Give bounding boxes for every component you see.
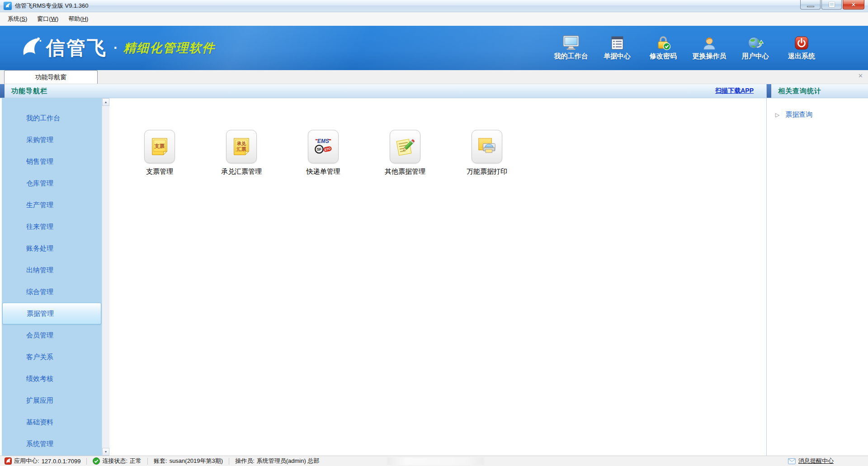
header-accent-bar — [0, 84, 5, 98]
shortcut-label: 快递单管理 — [307, 167, 340, 176]
app-logo-icon — [4, 2, 12, 10]
banner-toolbar: 我的工作台 单据中心 — [553, 35, 819, 61]
acceptance-note-icon: 承兑 汇票 — [226, 130, 257, 163]
brand-slogan: 精细化管理软件 — [123, 40, 215, 56]
nav-panel: 功能导航栏 我的工作台 采购管理 销售管理 仓库管理 生产管理 往来管理 账务处… — [0, 84, 109, 456]
power-icon — [794, 35, 809, 51]
status-separator — [147, 458, 148, 465]
sidebar-item-members[interactable]: 会员管理 — [2, 324, 102, 346]
sidebar-item-label: 销售管理 — [26, 157, 53, 166]
shortcut-acceptance-bill-management[interactable]: 承兑 汇票 承兑汇票管理 — [226, 130, 257, 176]
sidebar-item-basic-data[interactable]: 基础资料 — [2, 411, 102, 433]
minimize-button[interactable] — [800, 0, 821, 10]
shortcut-cheque-management[interactable]: 支票 支票管理 — [144, 130, 175, 176]
sidebar-item-extensions[interactable]: 扩展应用 — [2, 390, 102, 411]
message-center-label: 消息提醒中心 — [798, 457, 834, 465]
exit-system-label: 退出系统 — [788, 52, 815, 61]
ticket-printer-icon — [472, 130, 502, 163]
minimize-icon — [807, 6, 814, 7]
sidebar-item-production[interactable]: 生产管理 — [2, 194, 102, 216]
switch-operator-button[interactable]: 更换操作员 — [692, 35, 727, 61]
menu-text: ) — [57, 15, 58, 22]
exit-system-button[interactable]: 退出系统 — [784, 35, 819, 61]
menu-bar: 系统(S) 窗口(W) 帮助(H) — [0, 12, 868, 26]
shortcut-universal-ticket-printing[interactable]: 万能票据打印 — [472, 130, 502, 176]
nav-scrollbar[interactable]: ▲ ▼ — [102, 98, 109, 456]
sidebar-item-accounting[interactable]: 账务处理 — [2, 238, 102, 259]
sidebar-item-system[interactable]: 系统管理 — [2, 433, 102, 455]
menu-text: ) — [25, 15, 27, 22]
sidebar-item-purchase[interactable]: 采购管理 — [2, 129, 102, 151]
chevron-right-icon: ▷ — [775, 112, 779, 118]
workspace: 功能导航栏 我的工作台 采购管理 销售管理 仓库管理 生产管理 往来管理 账务处… — [0, 84, 868, 456]
menu-window[interactable]: 窗口(W) — [32, 13, 63, 25]
menu-text: 窗口( — [37, 15, 51, 22]
sidebar-item-cashier[interactable]: 出纳管理 — [2, 259, 102, 281]
brand-logo-icon — [18, 36, 42, 60]
app-center-label: 应用中心: — [14, 457, 39, 465]
sidebar-item-label: 绩效考核 — [26, 375, 53, 383]
user-center-button[interactable]: 用户中心 — [738, 35, 773, 61]
sidebar-item-my-workbench[interactable]: 我的工作台 — [2, 107, 102, 129]
tree-item-label: 票据查询 — [785, 110, 812, 119]
sidebar-item-label: 综合管理 — [26, 288, 53, 296]
stats-panel-header: 相关查询统计 — [767, 84, 868, 98]
header-accent-bar — [767, 84, 771, 98]
status-bar: 应用中心: 127.0.0.1:7099 连接状态: 正常 账套: susan(… — [0, 456, 868, 466]
shortcut-express-waybill-management[interactable]: EMS SF STO 快递单管理 — [308, 130, 339, 176]
stats-panel: 相关查询统计 ▷ 票据查询 — [767, 84, 868, 456]
document-list-icon — [609, 35, 625, 51]
switch-operator-label: 更换操作员 — [693, 52, 726, 61]
svg-text:汇票: 汇票 — [236, 146, 246, 152]
status-separator — [229, 458, 229, 465]
app-center-status: 应用中心: 127.0.0.1:7099 — [5, 457, 80, 465]
tab-function-navigation[interactable]: 功能导航窗 — [4, 70, 98, 84]
sidebar-item-label: 客户关系 — [26, 353, 53, 361]
lock-check-icon — [656, 35, 671, 51]
sidebar-item-crm[interactable]: 客户关系 — [2, 346, 102, 368]
menu-text: ) — [86, 15, 88, 22]
envelope-icon — [788, 458, 796, 464]
tree-item-bill-query[interactable]: ▷ 票据查询 — [767, 110, 868, 119]
cheque-note-icon: 支票 — [144, 130, 175, 163]
sidebar-item-bills[interactable]: 票据管理 — [2, 303, 101, 324]
app-center-icon — [5, 457, 12, 465]
tabstrip-close-icon[interactable]: ✕ — [858, 72, 863, 79]
menu-text: 帮助( — [68, 15, 82, 22]
menu-accesskey: S — [21, 15, 25, 22]
sidebar-item-label: 账务处理 — [26, 244, 53, 253]
sidebar-item-label: 出纳管理 — [26, 266, 53, 275]
restore-button[interactable] — [821, 0, 842, 10]
shortcut-grid: 支票 支票管理 承兑 汇票 — [109, 98, 766, 456]
connection-status: 连接状态: 正常 — [93, 457, 142, 465]
svg-text:EMS: EMS — [317, 138, 329, 144]
close-icon: ✕ — [851, 1, 856, 8]
scroll-down-icon[interactable]: ▼ — [102, 448, 109, 456]
app-window: 信管飞RMS专业版 V9.1.360 ✕ 系统(S) 窗口(W) 帮助(H) 信… — [0, 0, 868, 466]
scan-download-app-link[interactable]: 扫描下载APP — [715, 87, 754, 95]
stats-body: ▷ 票据查询 — [767, 98, 868, 456]
account-label: 账套: — [154, 457, 167, 465]
redacted-text — [387, 457, 484, 465]
message-center-link[interactable]: 消息提醒中心 — [788, 457, 834, 465]
menu-system[interactable]: 系统(S) — [3, 13, 32, 25]
sidebar-item-contacts[interactable]: 往来管理 — [2, 216, 102, 238]
sidebar-item-sales[interactable]: 销售管理 — [2, 151, 102, 172]
sidebar-item-comprehensive[interactable]: 综合管理 — [2, 281, 102, 303]
shortcut-other-bills-management[interactable]: 其他票据管理 — [390, 130, 420, 176]
change-password-label: 修改密码 — [650, 52, 677, 61]
shortcut-label: 支票管理 — [146, 167, 173, 176]
sidebar-item-performance[interactable]: 绩效考核 — [2, 368, 102, 390]
globe-arrow-icon — [747, 35, 764, 51]
scroll-up-icon[interactable]: ▲ — [102, 98, 109, 106]
sidebar-item-warehouse[interactable]: 仓库管理 — [2, 172, 102, 194]
workbench-button[interactable]: 我的工作台 — [553, 35, 589, 61]
main-panel: 扫描下载APP 支票 支票管理 — [109, 84, 767, 456]
close-button[interactable]: ✕ — [843, 0, 864, 10]
change-password-button[interactable]: 修改密码 — [646, 35, 681, 61]
document-center-button[interactable]: 单据中心 — [599, 35, 635, 61]
menu-accesskey: W — [51, 15, 57, 22]
menu-text: 系统( — [8, 15, 21, 22]
sidebar-item-label: 仓库管理 — [26, 179, 53, 188]
menu-help[interactable]: 帮助(H) — [63, 13, 93, 25]
